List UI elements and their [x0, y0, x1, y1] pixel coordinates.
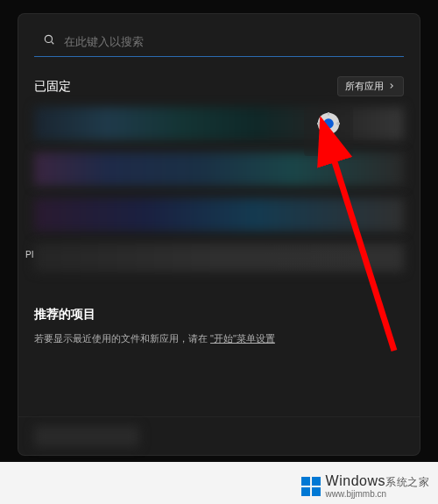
partial-label: PI: [25, 250, 33, 259]
svg-rect-3: [328, 112, 329, 116]
recommended-section: 推荐的项目 若要显示最近使用的文件和新应用，请在 "开始"菜单设置: [34, 307, 404, 346]
svg-point-0: [45, 35, 52, 42]
search-input[interactable]: [64, 35, 395, 48]
windows-logo-icon: [301, 477, 321, 496]
all-apps-button[interactable]: 所有应用: [337, 76, 404, 96]
pinned-row-blurred: [34, 244, 404, 272]
watermark-brand: Windows系统之家: [326, 473, 429, 489]
all-apps-label: 所有应用: [345, 80, 384, 93]
start-menu-user-bar: [18, 416, 420, 455]
recommended-hint-text: 若要显示最近使用的文件和新应用，请在 "开始"菜单设置: [34, 331, 404, 346]
settings-tile-label: 设置: [320, 139, 337, 152]
pinned-row-blurred: [34, 198, 404, 231]
watermark-url: www.bjjmmb.cn: [326, 489, 429, 499]
watermark: Windows系统之家 www.bjjmmb.cn: [301, 473, 429, 499]
chevron-right-icon: [387, 82, 396, 92]
svg-rect-4: [328, 131, 329, 135]
pinned-row-blurred: [34, 153, 404, 186]
user-account-blurred[interactable]: [34, 426, 139, 447]
search-icon: [43, 33, 55, 49]
start-menu-panel: 已固定 所有应用 PI: [18, 13, 420, 456]
gear-icon: [316, 111, 341, 136]
search-box[interactable]: [34, 26, 404, 57]
pinned-title: 已固定: [34, 79, 71, 95]
pinned-apps-grid: PI: [34, 107, 404, 291]
start-menu-settings-link[interactable]: "开始"菜单设置: [210, 333, 275, 344]
settings-app-tile[interactable]: 设置: [304, 107, 353, 156]
recommended-prefix: 若要显示最近使用的文件和新应用，请在: [34, 333, 208, 344]
pinned-header: 已固定 所有应用: [34, 76, 404, 96]
svg-point-11: [323, 118, 334, 129]
svg-line-1: [52, 42, 54, 45]
recommended-title: 推荐的项目: [34, 307, 404, 323]
